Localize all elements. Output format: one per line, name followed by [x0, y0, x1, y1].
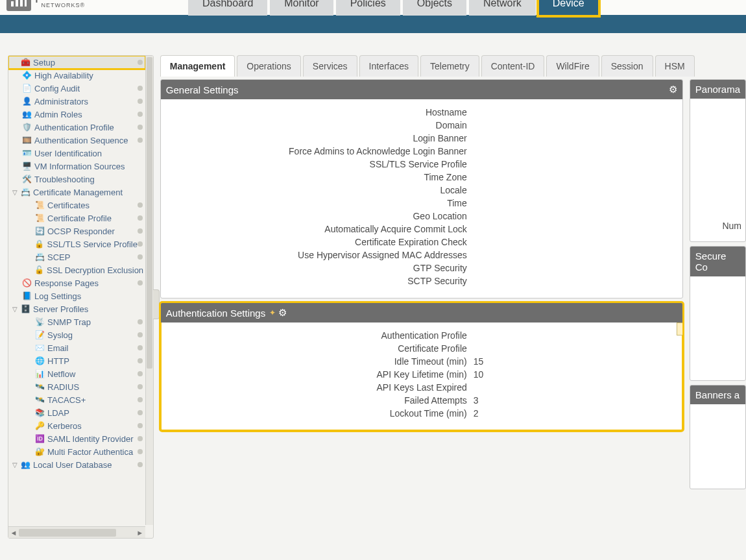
sidebar-item[interactable]: 📜Certificates [8, 199, 145, 212]
sidebar-item[interactable]: 🛰️TACACS+ [8, 393, 145, 406]
status-dot-icon [138, 112, 143, 117]
subtab[interactable]: Services [303, 55, 357, 77]
brand-logo: paloalto NETWORKS® [6, 0, 85, 11]
status-dot-icon [138, 319, 143, 324]
sidebar-item[interactable]: ▽👥Local User Database [8, 458, 145, 471]
item-icon: 📄 [21, 83, 32, 93]
device-sidebar: 🧰Setup💠High Availability📄Config Audit👤Ad… [8, 55, 154, 539]
caret-icon: ▽ [12, 306, 20, 313]
gear-icon[interactable]: ⚙ [278, 307, 287, 319]
field-label: Certificate Expiration Check [167, 237, 474, 247]
subtab[interactable]: Session [601, 55, 653, 77]
panel-body [690, 276, 745, 380]
panorama-panel: Panorama Num [690, 79, 746, 242]
subtab[interactable]: WildFire [546, 55, 599, 77]
sidebar-item-label: Multi Factor Authentica [47, 447, 133, 457]
field-value: 10 [474, 369, 512, 380]
sidebar-scrollbar-horizontal[interactable]: ◄ ► [8, 526, 145, 538]
refresh-icon[interactable]: ✦ [269, 308, 276, 317]
item-icon: 🔓 [34, 265, 44, 275]
gear-icon[interactable]: ⚙ [669, 84, 677, 95]
sidebar-item[interactable]: 🔄OCSP Responder [8, 225, 145, 237]
subtab[interactable]: HSM [655, 55, 695, 77]
item-icon: 🛠️ [21, 174, 32, 184]
sidebar-item[interactable]: 🔓SSL Decryption Exclusion [8, 263, 145, 276]
sidebar-item[interactable]: 🔑Kerberos [8, 419, 145, 432]
subtab[interactable]: Content-ID [481, 55, 545, 77]
sidebar-item-label: SCEP [47, 252, 70, 262]
sidebar-item[interactable]: 🔒SSL/TLS Service Profile [8, 237, 145, 250]
sidebar-item-label: Setup [33, 58, 55, 67]
sidebar-item[interactable]: 📇SCEP [8, 250, 145, 263]
item-icon: 👥 [21, 109, 32, 119]
scroll-left-icon[interactable]: ◄ [8, 529, 19, 537]
sidebar-item[interactable]: 🆔SAML Identity Provider [8, 432, 145, 445]
sidebar-item-label: Email [47, 343, 69, 353]
sidebar-item[interactable]: 👥Admin Roles [8, 108, 145, 121]
item-icon: 🆔 [34, 433, 45, 444]
sidebar-item-label: Netflow [47, 369, 75, 379]
sidebar-item[interactable]: ✉️Email [8, 341, 145, 354]
tab-monitor[interactable]: Monitor [270, 0, 333, 16]
subtab[interactable]: Operations [237, 55, 300, 77]
panel-body: Authentication ProfileCertificate Profil… [161, 323, 682, 430]
subtab[interactable]: Management [160, 55, 235, 77]
scroll-right-icon[interactable]: ► [135, 529, 145, 537]
sidebar-item[interactable]: 🖥️VM Information Sources [8, 160, 145, 173]
tab-device[interactable]: Device [538, 0, 599, 16]
sidebar-item[interactable]: 📚LDAP [8, 406, 145, 419]
status-dot-icon [138, 60, 143, 65]
field-row: Time [167, 198, 676, 208]
status-dot-icon [138, 138, 143, 143]
subtab[interactable]: Interfaces [359, 55, 418, 77]
sidebar-item[interactable]: 🪪User Identification [8, 147, 145, 160]
sidebar-item-label: Authentication Profile [34, 123, 114, 132]
sidebar-scrollbar-vertical[interactable] [145, 56, 153, 525]
sidebar-item[interactable]: ▽🗄️Server Profiles [8, 302, 145, 315]
tab-objects[interactable]: Objects [403, 0, 466, 16]
sidebar-item[interactable]: 👤Administrators [8, 95, 145, 108]
sidebar-item[interactable]: 📝Syslog [8, 328, 145, 341]
edit-tooltip: Edit [677, 323, 683, 335]
field-value: 3 [474, 395, 512, 406]
status-dot-icon [138, 449, 143, 454]
sidebar-item[interactable]: 📜Certificate Profile [8, 212, 145, 225]
brand-mark-icon [6, 0, 31, 11]
sidebar-item[interactable]: 💠High Availability [8, 69, 145, 82]
authentication-settings-panel: Authentication Settings ✦ ⚙ Edit Authent… [160, 302, 683, 431]
field-label: Idle Timeout (min) [167, 356, 474, 367]
panel-header: Secure Co [690, 247, 745, 276]
sidebar-item[interactable]: 📡SNMP Trap [8, 315, 145, 328]
sidebar-item[interactable]: 🧰Setup [8, 56, 145, 69]
sidebar-item[interactable]: ▽📇Certificate Management [8, 186, 145, 199]
sidebar-item-label: OCSP Responder [47, 226, 115, 236]
sidebar-item[interactable]: 🌐HTTP [8, 354, 145, 367]
field-row: Geo Location [167, 211, 676, 221]
status-dot-icon [138, 358, 143, 363]
tab-dashboard[interactable]: Dashboard [188, 0, 267, 16]
banners-panel: Banners a [690, 385, 746, 489]
tab-network[interactable]: Network [469, 0, 536, 16]
sidebar-item[interactable]: 📊Netflow [8, 367, 145, 380]
sidebar-item[interactable]: 🚫Response Pages [8, 276, 145, 289]
sidebar-item[interactable]: 🛡️Authentication Profile [8, 121, 145, 134]
item-icon: 🖥️ [21, 161, 32, 171]
subtab[interactable]: Telemetry [420, 55, 479, 77]
sidebar-item[interactable]: 📄Config Audit [8, 82, 145, 95]
field-row: Domain [167, 120, 676, 130]
status-dot-icon [138, 397, 143, 402]
field-value: 15 [474, 356, 512, 367]
item-icon: ✉️ [34, 343, 45, 353]
sidebar-item[interactable]: 🎞️Authentication Sequence [8, 134, 145, 147]
tab-policies[interactable]: Policies [336, 0, 400, 16]
panel-header: Panorama [690, 80, 745, 99]
item-icon: 📜 [34, 200, 45, 210]
sidebar-item[interactable]: 🛰️RADIUS [8, 380, 145, 393]
sidebar-item[interactable]: 📘Log Settings [8, 289, 145, 302]
item-icon: 🛰️ [34, 395, 45, 405]
brand-sub: NETWORKS® [35, 0, 85, 11]
panel-title: Authentication Settings [166, 308, 265, 319]
sidebar-item[interactable]: 🛠️Troubleshooting [8, 173, 145, 186]
sidebar-item-label: SNMP Trap [47, 317, 91, 327]
sidebar-item[interactable]: 🔐Multi Factor Authentica [8, 445, 145, 458]
